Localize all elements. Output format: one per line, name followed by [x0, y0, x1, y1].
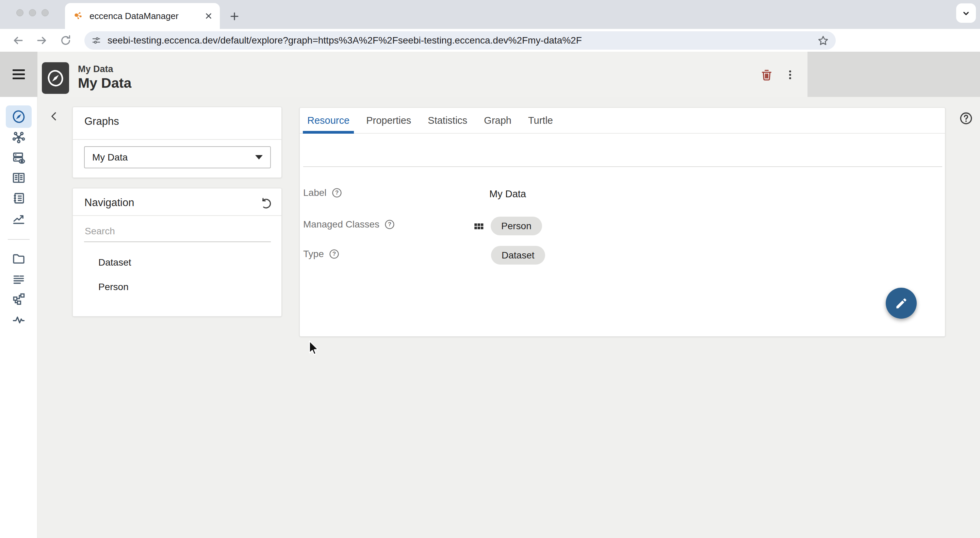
nav-tree-item-person[interactable]: Person [73, 278, 282, 297]
chevron-down-icon [961, 8, 971, 18]
help-circle-icon[interactable]: ? [329, 249, 340, 259]
browser-tab-title: eccenca DataManager [89, 11, 204, 21]
graph-more-options-button[interactable] [783, 67, 798, 83]
page-title: My Data [78, 75, 131, 91]
reload-button[interactable] [58, 33, 73, 48]
field-label-value: My Data [489, 189, 526, 200]
new-tab-button[interactable] [227, 8, 242, 24]
sidebar-item-graphs-network[interactable] [6, 126, 32, 149]
tab-close-icon[interactable] [204, 11, 213, 21]
folder-icon [11, 251, 26, 266]
browser-tab[interactable]: eccenca DataManager [65, 3, 220, 29]
compass-icon [11, 109, 26, 124]
tab-graph[interactable]: Graph [484, 108, 511, 133]
field-label-text: Type [303, 249, 324, 259]
notebook-icon [11, 191, 26, 206]
sidebar-item-statistics[interactable] [6, 208, 32, 230]
back-arrow-icon [12, 34, 24, 47]
help-circle-icon[interactable]: ? [384, 219, 395, 230]
forward-button[interactable] [34, 33, 50, 48]
nav-item-label: Person [98, 282, 129, 292]
open-book-icon [11, 170, 26, 185]
field-label-label: Label ? [303, 187, 342, 198]
page-help-button[interactable] [958, 111, 974, 126]
url-bar[interactable]: seebi-testing.eccenca.dev/default/explor… [84, 31, 836, 50]
window-minimize-button[interactable] [29, 9, 36, 16]
tab-turtle[interactable]: Turtle [528, 108, 553, 133]
type-chip[interactable]: Dataset [491, 246, 545, 265]
content-area: Graphs My Data Navigation Dataset P [37, 97, 980, 538]
network-nodes-icon [11, 130, 26, 145]
graph-select-value: My Data [92, 152, 255, 163]
eccenca-favicon-icon [73, 11, 83, 21]
field-type-label: Type ? [303, 249, 340, 259]
app-header: My Data My Data [0, 52, 980, 97]
site-settings-icon[interactable] [91, 35, 102, 46]
forward-arrow-icon [36, 34, 48, 47]
sidebar-item-thesauri[interactable] [6, 187, 32, 209]
panel-divider [73, 139, 282, 140]
nav-tree-item-dataset[interactable]: Dataset [73, 253, 282, 272]
refresh-icon [259, 197, 272, 210]
navigation-panel: Navigation Dataset Person [73, 188, 282, 317]
reload-icon [60, 34, 72, 47]
sidebar-divider [8, 239, 30, 240]
header-right-section [808, 52, 980, 97]
sidebar-item-datasets-list[interactable] [6, 268, 32, 290]
help-circle-icon[interactable]: ? [331, 187, 342, 198]
tab-resource[interactable]: Resource [307, 108, 350, 133]
section-divider [303, 166, 942, 167]
chip-label: Dataset [501, 250, 535, 261]
sidebar-item-vocabularies[interactable] [6, 167, 32, 189]
module-sidebar [0, 97, 37, 538]
navigation-refresh-button[interactable] [258, 196, 273, 211]
sidebar-item-explore[interactable] [6, 105, 32, 128]
url-text[interactable]: seebi-testing.eccenca.dev/default/explor… [108, 35, 817, 46]
field-label-text: Managed Classes [303, 219, 379, 230]
main-menu-hamburger-button[interactable] [0, 52, 37, 97]
trash-icon [760, 68, 773, 82]
sidebar-item-queries[interactable] [6, 147, 32, 169]
sidebar-item-activities[interactable] [6, 308, 32, 330]
server-eye-icon [11, 150, 26, 165]
field-label-text: Label [303, 187, 327, 198]
graph-select[interactable]: My Data [84, 146, 271, 168]
tab-properties[interactable]: Properties [366, 108, 411, 133]
sidebar-item-projects-folder[interactable] [6, 248, 32, 270]
hamburger-icon [13, 69, 25, 71]
resource-tabs: Resource Properties Statistics Graph Tur… [300, 108, 945, 134]
activity-pulse-icon [11, 312, 26, 327]
kebab-menu-icon [784, 69, 796, 81]
flow-tree-icon [11, 292, 26, 306]
navigation-search-input[interactable] [84, 221, 271, 242]
edit-resource-fab[interactable] [886, 288, 917, 319]
back-button[interactable] [10, 33, 26, 48]
svg-text:?: ? [388, 221, 391, 227]
chevron-left-icon [48, 110, 60, 123]
graphs-panel: Graphs My Data [73, 107, 282, 178]
delete-graph-button[interactable] [759, 67, 775, 83]
svg-text:?: ? [335, 189, 338, 196]
compass-icon [46, 69, 65, 88]
browser-toolbar: seebi-testing.eccenca.dev/default/explor… [0, 29, 980, 52]
breadcrumb[interactable]: My Data [78, 64, 113, 75]
collapse-panel-button[interactable] [46, 108, 62, 124]
help-circle-icon [959, 111, 973, 125]
nav-item-label: Dataset [98, 257, 131, 268]
bookmark-star-icon[interactable] [817, 35, 829, 46]
navigation-panel-title: Navigation [84, 197, 134, 209]
explore-logo-tile[interactable] [42, 62, 69, 94]
svg-text:?: ? [332, 251, 336, 257]
grid-view-toggle[interactable] [473, 221, 485, 234]
screen: eccenca DataManager [0, 0, 980, 538]
pencil-icon [894, 296, 908, 311]
chip-label: Person [501, 221, 531, 232]
window-close-button[interactable] [16, 9, 24, 16]
dropdown-caret-icon [255, 155, 263, 159]
tab-statistics[interactable]: Statistics [428, 108, 467, 133]
line-chart-icon [11, 211, 26, 226]
tab-search-button[interactable] [956, 3, 976, 23]
sidebar-item-workflows[interactable] [6, 288, 32, 310]
managed-class-chip[interactable]: Person [491, 217, 542, 235]
window-zoom-button[interactable] [41, 9, 49, 16]
